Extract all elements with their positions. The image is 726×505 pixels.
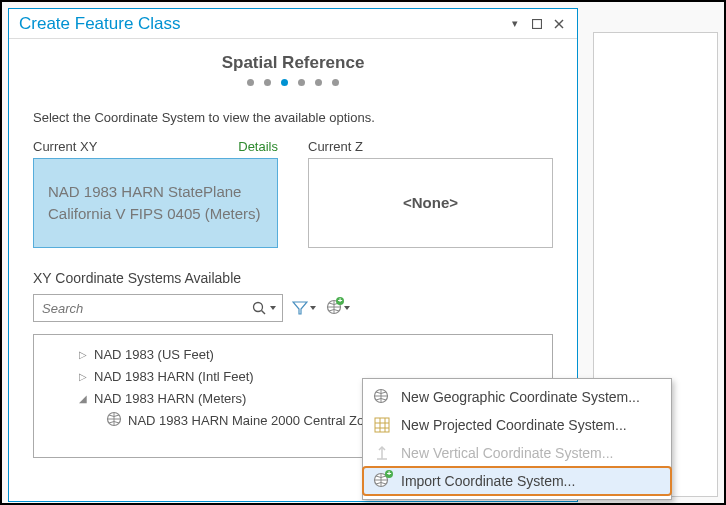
globe-icon: [373, 388, 391, 406]
svg-line-4: [262, 311, 266, 315]
wizard-step-dot[interactable]: [298, 79, 305, 86]
current-xy-label: Current XY: [33, 139, 97, 154]
search-input[interactable]: [40, 300, 252, 317]
wizard-header: Spatial Reference: [9, 39, 577, 92]
instruction-text: Select the Coordinate System to view the…: [33, 110, 553, 125]
menu-item: New Vertical Coordinate System...: [363, 439, 671, 467]
tree-item-label: NAD 1983 HARN (Intl Feet): [94, 369, 254, 384]
wizard-step-dots: [9, 79, 577, 86]
wizard-step-dot[interactable]: [315, 79, 322, 86]
titlebar: Create Feature Class ▾: [9, 9, 577, 39]
current-xy-box[interactable]: NAD 1983 HARN StatePlane California V FI…: [33, 158, 278, 248]
add-globe-icon: +: [326, 299, 342, 317]
pane-title: Create Feature Class: [19, 14, 501, 34]
wizard-step-dot[interactable]: [264, 79, 271, 86]
menu-item-label: Import Coordinate System...: [401, 473, 575, 489]
wizard-step-dot[interactable]: [281, 79, 288, 86]
svg-marker-5: [293, 302, 307, 314]
current-z-value: <None>: [403, 192, 458, 214]
svg-rect-0: [533, 19, 542, 28]
wizard-step-dot[interactable]: [247, 79, 254, 86]
wizard-step-dot[interactable]: [332, 79, 339, 86]
menu-item[interactable]: +Import Coordinate System...: [363, 467, 671, 495]
chevron-right-icon[interactable]: ▷: [78, 371, 88, 381]
available-label: XY Coordinate Systems Available: [33, 270, 553, 286]
vertical-icon: [373, 444, 391, 462]
tree-item-label: NAD 1983 (US Feet): [94, 347, 214, 362]
magnifier-icon: [252, 301, 266, 315]
svg-point-3: [254, 303, 263, 312]
menu-item-label: New Projected Coordinate System...: [401, 417, 627, 433]
menu-item-label: New Geographic Coordinate System...: [401, 389, 640, 405]
tree-item[interactable]: ▷NAD 1983 (US Feet): [78, 343, 552, 365]
current-xy-value: NAD 1983 HARN StatePlane California V FI…: [48, 181, 263, 225]
details-link[interactable]: Details: [238, 139, 278, 154]
menu-item-label: New Vertical Coordinate System...: [401, 445, 613, 461]
current-z-header: Current Z: [308, 139, 553, 154]
search-field[interactable]: [33, 294, 283, 322]
coord-toolbar: +: [33, 294, 553, 322]
close-icon[interactable]: [551, 16, 567, 32]
tree-item-label: NAD 1983 HARN (Meters): [94, 391, 246, 406]
current-z-box[interactable]: <None>: [308, 158, 553, 248]
menu-item[interactable]: New Projected Coordinate System...: [363, 411, 671, 439]
maximize-icon[interactable]: [529, 16, 545, 32]
grid-globe-icon: [373, 416, 391, 434]
wizard-subtitle: Spatial Reference: [9, 53, 577, 73]
svg-rect-9: [375, 418, 389, 432]
search-dropdown-icon[interactable]: [270, 306, 276, 310]
filter-button[interactable]: [291, 295, 317, 321]
current-xy-header: Current XY Details: [33, 139, 278, 154]
add-coord-system-menu: New Geographic Coordinate System...New P…: [362, 378, 672, 500]
add-coord-system-button[interactable]: +: [325, 295, 351, 321]
chevron-right-icon[interactable]: ▷: [78, 349, 88, 359]
filter-icon: [292, 300, 308, 316]
menu-item[interactable]: New Geographic Coordinate System...: [363, 383, 671, 411]
import-globe-icon: +: [373, 472, 391, 490]
globe-icon: [106, 411, 122, 430]
current-z-label: Current Z: [308, 139, 363, 154]
options-dropdown-icon[interactable]: ▾: [507, 16, 523, 32]
chevron-down-icon[interactable]: ◢: [78, 393, 88, 403]
